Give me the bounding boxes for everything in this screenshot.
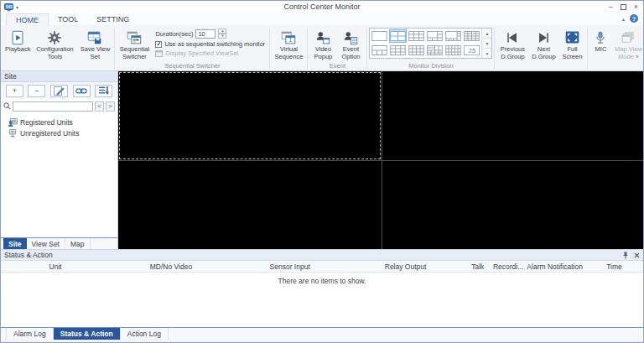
add-site-button[interactable]: + [6,85,23,97]
playback-button[interactable]: Playback [3,27,32,55]
virtual-sequence-icon: 1 [279,29,298,46]
division-25-thumbnail[interactable]: 25 [463,44,480,57]
display-specified-viewset-label: Display Specified ViewSet [165,49,238,57]
division-9-thumbnail[interactable] [408,29,425,43]
bottom-strip [1,340,643,343]
ribbon-group-event: Video Popup Event Option Event [308,26,366,70]
column-header-md-no-video[interactable]: MD/No Video [110,262,232,271]
next-dgroup-button[interactable]: Next D.Group [528,27,558,62]
column-header-sensor-input[interactable]: Sensor Input [232,262,348,271]
search-next-button[interactable]: > [106,101,115,112]
unregistered-units-icon [8,128,18,138]
ribbon-group-virtual-sequence: 1 Virtual Sequence [270,26,307,70]
maximize-button[interactable] [621,4,626,10]
save-view-set-button[interactable]: Save View Set [77,27,112,62]
title-bar: ▾ Control Center Monitor – × [1,1,643,13]
status-table-header: Unit MD/No Video Sensor Input Relay Outp… [1,261,643,273]
tab-view-set[interactable]: View Set [27,238,65,249]
event-option-icon [341,29,360,46]
use-sequential-checkbox[interactable]: ✓ [155,41,162,48]
tab-map[interactable]: Map [65,238,91,249]
gallery-more-icon[interactable]: ▼ [482,49,491,58]
column-header-unit[interactable]: Unit [1,262,110,271]
column-header-time[interactable]: Time [585,262,643,271]
monitor-division-gallery: 25 ▲ ▼ ▼ [369,28,492,59]
minimize-button[interactable]: – [609,3,613,11]
connect-button[interactable] [73,85,91,97]
close-button[interactable]: × [634,3,638,11]
division-1-thumbnail[interactable] [371,29,388,43]
edit-site-button[interactable] [50,85,68,97]
full-screen-button[interactable]: Full Screen [558,27,585,62]
group-label-event: Event [308,62,366,70]
site-panel: Site + − < > [1,71,118,249]
monitor-grid [118,71,644,249]
mic-button[interactable]: MIC [589,27,611,55]
division-6-thumbnail[interactable] [426,29,444,43]
edit-pencil-icon [54,86,65,96]
division-12-thumbnail[interactable] [408,44,425,57]
division-13-thumbnail[interactable] [426,44,444,57]
tab-status-action[interactable]: Status & Action [54,328,121,340]
pin-icon[interactable] [622,252,629,259]
control-center-monitor-window: ▾ Control Center Monitor – × HOME TOOL S… [0,0,644,343]
ribbon-group-navigation: Previous D.Group Next D.Group Full Scree… [495,26,587,70]
gallery-scroll-down-icon[interactable]: ▼ [482,39,491,49]
virtual-sequence-button[interactable]: 1 Virtual Sequence [272,27,305,62]
sequential-switcher-options: Duration(sec) 10 ▲ ▼ ✓ Use as sequential… [152,27,267,57]
ribbon-group-main: Playback Configuration Tools Save View S… [2,26,114,70]
gear-icon [45,29,64,46]
ribbon: Playback Configuration Tools Save View S… [1,25,643,71]
site-search-row: < > [1,99,117,113]
search-icon [3,102,11,110]
video-cell-4[interactable] [382,161,644,250]
search-input[interactable] [13,101,93,112]
video-cell-3[interactable] [118,161,382,250]
remove-site-button[interactable]: − [28,85,45,97]
tab-home[interactable]: HOME [6,13,49,25]
link-icon [75,87,87,95]
tab-site[interactable]: Site [3,238,27,249]
previous-arrow-icon [503,29,522,46]
help-icon[interactable]: ? [630,14,638,23]
division-20-thumbnail[interactable] [444,44,462,57]
ribbon-group-sequential-switcher: Sequential Switcher Duration(sec) 10 ▲ ▼… [115,26,269,70]
tree-item-registered-units[interactable]: Registered Units [3,117,116,127]
division-1plus8-thumbnail[interactable] [389,44,407,57]
search-prev-button[interactable]: < [95,101,104,112]
configuration-tools-button[interactable]: Configuration Tools [32,27,77,62]
division-16-thumbnail[interactable] [463,29,480,43]
tab-setting[interactable]: SETTING [87,13,138,25]
tab-tool[interactable]: TOOL [49,13,87,25]
tree-item-label: Registered Units [20,118,73,127]
close-panel-icon[interactable] [634,252,640,258]
column-header-talk[interactable]: Talk [464,262,492,271]
display-specified-viewset-icon [155,50,163,57]
column-header-alarm-notification[interactable]: Alarm Notification [524,262,585,271]
video-cell-1[interactable] [118,71,382,160]
tab-action-log[interactable]: Action Log [121,328,169,340]
division-8-thumbnail[interactable] [444,29,462,43]
tree-item-unregistered-units[interactable]: Unregistered Units [3,127,116,138]
status-action-panel: Status & Action Unit MD/No Video Sensor … [1,249,643,327]
gallery-scroll-up-icon[interactable]: ▲ [482,29,491,39]
full-screen-icon [563,29,581,46]
tree-item-label: Unregistered Units [20,129,79,138]
ribbon-group-monitor-division: 25 ▲ ▼ ▼ Monitor Division [367,26,494,70]
duration-field[interactable]: 10 [195,29,216,39]
collapse-ribbon-icon[interactable]: ▴ [622,16,625,22]
video-popup-button[interactable]: Video Popup [309,27,336,62]
map-view-mode-button[interactable]: Map View Mode ▾ [611,27,644,62]
sequential-switcher-icon [125,29,143,46]
collapse-list-button[interactable] [95,85,112,97]
tab-alarm-log[interactable]: Alarm Log [6,328,54,340]
division-4-thumbnail[interactable] [389,29,407,43]
sequential-switcher-button[interactable]: Sequential Switcher [117,27,152,62]
column-header-recording[interactable]: Recordi... [492,262,524,271]
division-1plus3-thumbnail[interactable] [371,44,388,57]
event-option-button[interactable]: Event Option [336,27,365,62]
previous-dgroup-button[interactable]: Previous D.Group [496,27,528,62]
video-cell-2[interactable] [382,71,644,160]
column-header-relay-output[interactable]: Relay Output [348,262,464,271]
spinner-down-icon[interactable]: ▼ [218,34,226,39]
